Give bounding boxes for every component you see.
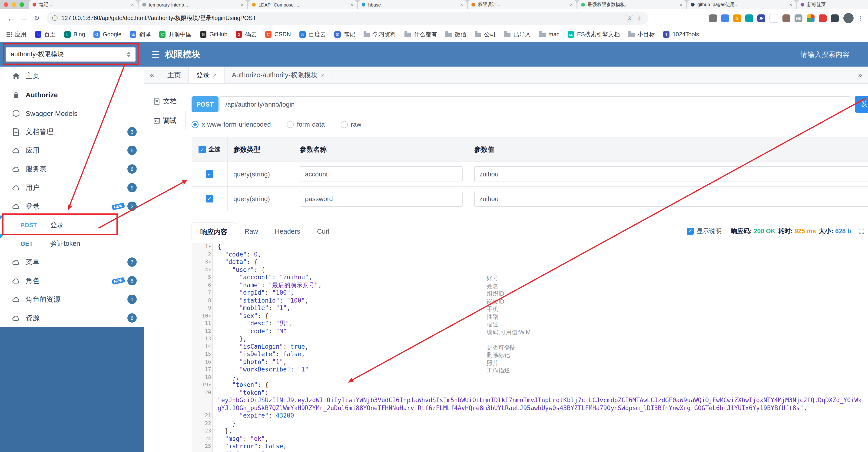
site-info-icon[interactable]: ⓘ: [52, 14, 58, 22]
browser-tab[interactable]: hbase×: [358, 0, 467, 9]
ext-notes-icon[interactable]: [721, 14, 729, 22]
tab-close-icon[interactable]: ×: [131, 2, 134, 7]
fold-caret-icon[interactable]: ▾: [209, 313, 211, 318]
content-type-option[interactable]: raw: [341, 120, 361, 128]
sidebar-item[interactable]: 菜单7: [0, 253, 144, 272]
doc-tab[interactable]: 主页: [160, 66, 189, 83]
bookmark-item[interactable]: CCSDN: [265, 31, 291, 38]
bookmark-item[interactable]: T1024Tools: [663, 31, 699, 38]
ext-pinwheel-icon[interactable]: [807, 14, 814, 22]
bookmark-item[interactable]: 云百度云: [299, 30, 326, 38]
close-window-icon[interactable]: [4, 2, 8, 7]
param-name-input[interactable]: [300, 166, 463, 182]
bookmark-item[interactable]: GGoogle: [93, 31, 122, 38]
tab-close-icon[interactable]: ×: [321, 72, 324, 79]
bookmark-item[interactable]: 微信: [445, 30, 466, 38]
sidebar-item[interactable]: 用户9: [0, 178, 144, 197]
sidebar-item[interactable]: 登录NEW2: [0, 197, 144, 216]
profile-avatar[interactable]: [843, 13, 854, 23]
tab-close-icon[interactable]: ×: [789, 2, 792, 7]
bookmark-item[interactable]: 笔笔记: [334, 30, 355, 38]
rail-item-doc[interactable]: 文档: [144, 91, 186, 111]
content-type-option[interactable]: form-data: [287, 120, 325, 128]
ext-red-ext-icon[interactable]: [819, 14, 827, 22]
sidebar-item[interactable]: Swagger Models: [0, 104, 144, 122]
sidebar-item[interactable]: 角色的资源1: [0, 290, 144, 309]
ext-shield-icon[interactable]: [782, 14, 790, 22]
bookmark-item[interactable]: GGitHub: [200, 31, 227, 38]
bookmark-item[interactable]: 小目标: [628, 30, 655, 38]
sidebar-endpoint-get[interactable]: GET验证token: [0, 234, 144, 253]
ext-sip-icon[interactable]: sip: [795, 14, 802, 22]
module-select[interactable]: authority-权限模块: [6, 47, 136, 62]
collapse-tabs-icon[interactable]: «: [144, 71, 160, 79]
ext-jp-badge-icon[interactable]: JP: [757, 14, 765, 22]
tab-close-icon[interactable]: ×: [460, 2, 463, 7]
tab-close-icon[interactable]: ×: [241, 2, 244, 7]
ext-duck-icon[interactable]: [745, 14, 753, 22]
show-desc-checkbox[interactable]: ✓: [687, 228, 694, 235]
browser-tab[interactable]: temporary-interfa...×: [138, 0, 247, 9]
param-name-input[interactable]: [300, 191, 463, 207]
reload-button[interactable]: ↻: [31, 14, 43, 22]
fold-caret-icon[interactable]: ▾: [209, 267, 211, 272]
rail-item-debug[interactable]: 调试: [144, 111, 186, 130]
sidebar-item[interactable]: 文档管理3: [0, 122, 144, 141]
radio-icon[interactable]: [191, 121, 198, 128]
doc-tab[interactable]: Authorize-authority-权限模块×: [224, 66, 332, 83]
browser-tab[interactable]: 权限设计...×: [468, 0, 577, 9]
response-tab[interactable]: Curl: [309, 222, 338, 241]
bookmark-item[interactable]: 译翻译: [130, 30, 151, 38]
bookmark-item[interactable]: G码云: [236, 30, 257, 38]
sidebar-item[interactable]: 服务表6: [0, 160, 144, 178]
browser-tab[interactable]: 新标签页×: [797, 0, 868, 9]
browser-tab[interactable]: 最强权限参数模板...×: [578, 0, 686, 9]
ext-ring-icon[interactable]: [769, 14, 778, 23]
ext-gmail-helper-icon[interactable]: G: [733, 14, 741, 22]
bookmark-item[interactable]: 百百度: [35, 30, 56, 38]
doc-tab[interactable]: 登录×: [189, 66, 224, 83]
response-tab[interactable]: Raw: [236, 222, 267, 241]
response-tab[interactable]: 响应内容: [191, 223, 236, 241]
bookmark-item[interactable]: 应用: [6, 30, 27, 38]
bookmark-item[interactable]: C开源中国: [159, 30, 192, 38]
bookmark-item[interactable]: bBing: [64, 31, 85, 38]
translate-icon[interactable]: 文: [626, 15, 633, 21]
forward-button[interactable]: →: [18, 14, 30, 22]
ext-screenshot-icon[interactable]: [709, 14, 717, 22]
radio-icon[interactable]: [287, 121, 293, 128]
browser-tab[interactable]: LDAP--Compose-...×: [248, 0, 357, 9]
bookmark-item[interactable]: 什么都有: [404, 30, 437, 38]
tab-close-icon[interactable]: ×: [213, 72, 216, 79]
param-value-input[interactable]: [474, 191, 868, 207]
header-search[interactable]: 请输入搜索内容: [801, 50, 849, 59]
param-value-input[interactable]: [474, 166, 868, 182]
fold-caret-icon[interactable]: ▾: [209, 245, 211, 249]
minimize-window-icon[interactable]: [11, 2, 16, 7]
bookmark-item[interactable]: mac: [539, 31, 559, 38]
request-path-input[interactable]: [219, 96, 851, 112]
bookmark-item[interactable]: 已导入: [504, 30, 531, 38]
sidebar-item[interactable]: 资源6: [0, 309, 144, 327]
sidebar-endpoint-post[interactable]: POST登录: [0, 216, 144, 234]
row-checkbox[interactable]: ✓: [206, 195, 213, 202]
fullscreen-icon[interactable]: [859, 228, 864, 234]
browser-tab[interactable]: github_pages使用...×: [687, 0, 796, 9]
tab-close-icon[interactable]: ×: [680, 2, 682, 7]
address-bar[interactable]: ⓘ 127.0.0.1:8760/api/gate/doc.html#/auth…: [46, 12, 648, 25]
bookmark-item[interactable]: 公司: [475, 30, 496, 38]
radio-icon[interactable]: [341, 121, 347, 128]
browser-tab[interactable]: 笔记...×: [29, 0, 137, 9]
send-button[interactable]: 发送: [855, 96, 868, 113]
bookmark-star-icon[interactable]: ☆: [637, 15, 643, 22]
fold-caret-icon[interactable]: ▾: [209, 383, 211, 387]
sidebar-item[interactable]: Authorize: [0, 85, 144, 104]
sidebar-item[interactable]: 应用5: [0, 141, 144, 160]
response-tab[interactable]: Headers: [267, 222, 309, 241]
browser-menu-icon[interactable]: ⋮: [857, 15, 863, 22]
content-type-option[interactable]: x-www-form-urlencoded: [191, 120, 271, 128]
bookmark-item[interactable]: 学习资料: [364, 30, 396, 38]
tab-close-icon[interactable]: ×: [350, 2, 353, 7]
maximize-window-icon[interactable]: [20, 2, 24, 7]
bookmark-item[interactable]: esES搜索引擎文档: [568, 30, 620, 38]
